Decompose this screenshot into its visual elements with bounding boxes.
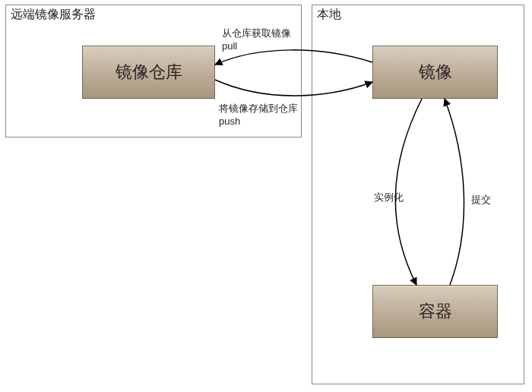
image-label: 镜像: [419, 61, 452, 84]
edge-commit-label: 提交: [471, 194, 491, 207]
edge-instantiate-label: 实例化: [374, 191, 404, 204]
repository-label: 镜像仓库: [116, 61, 182, 84]
container-label: 容器: [419, 300, 452, 323]
repository-node: 镜像仓库: [82, 46, 215, 99]
edge-pull-label: 从仓库获取镜像 pull: [222, 27, 291, 53]
diagram-canvas: 远端镜像服务器 本地 镜像仓库 镜像 容器 从仓库获取镜像 pull: [0, 0, 532, 392]
image-node: 镜像: [372, 46, 498, 99]
local-group-title: 本地: [317, 7, 341, 23]
remote-group-title: 远端镜像服务器: [11, 7, 96, 23]
container-node: 容器: [372, 285, 498, 338]
edge-push-label: 将镜像存储到仓库 push: [219, 103, 298, 128]
